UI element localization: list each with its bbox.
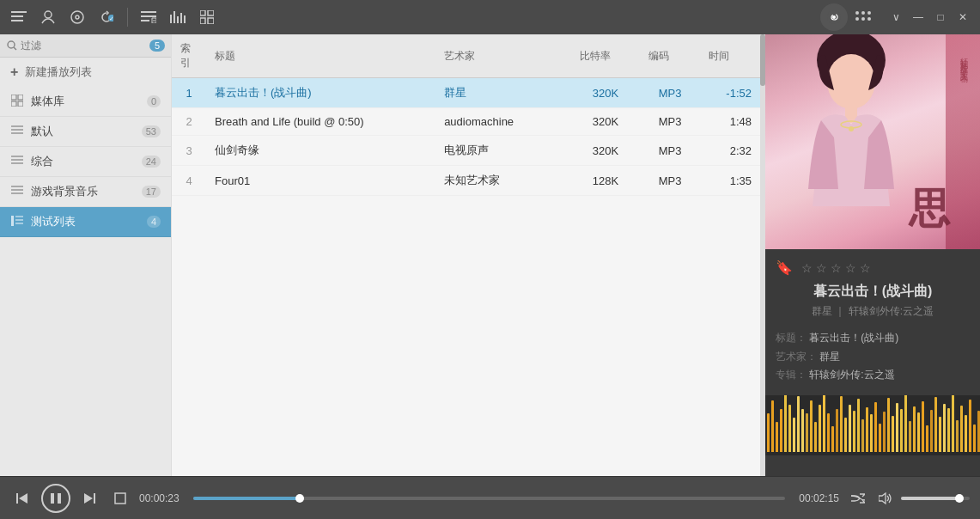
volume-handle[interactable]: [955, 494, 964, 503]
eq-bar: [870, 414, 873, 452]
game-bgm-count: 17: [142, 186, 161, 198]
media-library-icon: [10, 95, 24, 109]
stop-button[interactable]: [108, 486, 132, 510]
disc-icon[interactable]: [65, 5, 89, 29]
sidebar-item-media-library[interactable]: 媒体库 0: [0, 87, 171, 117]
playlist-icon[interactable]: [7, 5, 31, 29]
star-2[interactable]: ☆: [816, 261, 827, 275]
close-button[interactable]: ✕: [953, 7, 973, 27]
eq-bar: [780, 409, 782, 452]
eq-bar: [831, 426, 834, 452]
svg-rect-17: [184, 15, 186, 23]
maximize-button[interactable]: □: [930, 7, 951, 27]
table-row[interactable]: 4 Four01 未知艺术家 128K MP3 1:35: [172, 166, 760, 196]
refresh-icon[interactable]: ✓: [94, 5, 119, 29]
volume-button[interactable]: [873, 486, 898, 510]
mix-list-icon: [10, 155, 24, 168]
eq-bar: [960, 406, 963, 452]
track-codec: MP3: [640, 108, 700, 136]
sidebar-item-game-bgm[interactable]: 游戏背景音乐 17: [0, 177, 171, 207]
sidebar-item-new-playlist[interactable]: + 新建播放列表: [0, 58, 171, 87]
prev-button[interactable]: [10, 486, 34, 510]
track-codec: MP3: [640, 166, 700, 196]
grid-icon[interactable]: [195, 5, 219, 29]
svg-rect-14: [173, 11, 175, 23]
eq-bar: [896, 403, 898, 452]
svg-rect-0: [11, 11, 27, 13]
svg-rect-45: [11, 216, 14, 226]
svg-rect-59: [94, 493, 95, 504]
mix-count: 24: [142, 156, 161, 168]
plus-icon: +: [10, 64, 18, 80]
volume-bar[interactable]: [901, 497, 970, 500]
svg-rect-8: [141, 11, 156, 13]
meta-album-value: 轩辕剑外传:云之遥: [809, 369, 894, 381]
meta-title-value: 暮云出击！(战斗曲): [809, 332, 898, 344]
eq-bar: [952, 395, 954, 452]
track-index: 4: [172, 166, 206, 196]
right-panel: 轩辕剑外传作的女主人物 思 🔖 ☆ ☆ ☆ ☆ ☆ 暮云出击！(战斗曲) 群星 …: [765, 34, 980, 476]
svg-point-29: [867, 17, 871, 21]
col-header-title[interactable]: 标题: [206, 34, 435, 78]
track-bitrate: 320K: [571, 136, 640, 166]
sidebar: 5 + 新建播放列表 媒体库 0 默认 53 综合 24: [0, 34, 172, 476]
sidebar-search-bar[interactable]: 5: [0, 34, 171, 58]
star-3[interactable]: ☆: [831, 261, 842, 275]
bookmark-icon[interactable]: 🔖: [776, 260, 793, 276]
svg-point-5: [76, 15, 79, 19]
tiktok-button[interactable]: [820, 3, 848, 31]
minimize-button[interactable]: —: [908, 7, 928, 27]
eq-bar: [797, 396, 800, 452]
svg-point-24: [855, 11, 859, 15]
player-right-controls: [846, 486, 970, 510]
current-time: 00:00:23: [139, 492, 186, 504]
track-bitrate: 128K: [571, 166, 640, 196]
sidebar-item-mix[interactable]: 综合 24: [0, 147, 171, 177]
chevron-button[interactable]: ∨: [886, 7, 906, 27]
equalizer-icon[interactable]: [166, 5, 190, 29]
eq-bar: [771, 400, 774, 452]
eq-bar: [788, 405, 791, 452]
user-icon[interactable]: [36, 5, 60, 29]
svg-point-4: [71, 11, 83, 23]
progress-handle[interactable]: [295, 494, 304, 503]
apps-icon[interactable]: [851, 5, 875, 29]
shuffle-button[interactable]: [846, 486, 870, 510]
star-4[interactable]: ☆: [845, 261, 856, 275]
col-header-codec[interactable]: 编码: [640, 34, 700, 78]
eq-bar: [827, 413, 830, 452]
star-1[interactable]: ☆: [801, 261, 813, 275]
col-header-index[interactable]: 索引: [172, 34, 206, 78]
meta-album-row: 专辑： 轩辕剑外传:云之遥: [776, 366, 970, 385]
next-button[interactable]: [77, 486, 101, 510]
col-header-bitrate[interactable]: 比特率: [571, 34, 640, 78]
eq-bar: [793, 418, 795, 452]
star-5[interactable]: ☆: [860, 261, 871, 275]
svg-marker-58: [84, 493, 93, 504]
svg-point-25: [861, 11, 865, 15]
minus-icon[interactable]: [137, 5, 161, 29]
window-controls: ∨ — □ ✕: [886, 7, 973, 27]
track-title: Four01: [206, 166, 435, 196]
meta-album-label: 专辑：: [776, 369, 807, 381]
track-metadata: 标题： 暮云出击！(战斗曲) 艺术家： 群星 专辑： 轩辕剑外传:云之遥: [776, 329, 970, 385]
filter-input[interactable]: [21, 40, 149, 52]
album-art: 轩辕剑外传作的女主人物 思: [765, 34, 980, 249]
svg-point-3: [45, 11, 52, 18]
svg-rect-35: [18, 101, 23, 107]
table-row[interactable]: 2 Breath and Life (build @ 0:50) audioma…: [172, 108, 760, 136]
eq-bar: [909, 421, 911, 452]
col-header-time[interactable]: 时间: [700, 34, 760, 78]
col-header-artist[interactable]: 艺术家: [435, 34, 571, 78]
eq-bar: [965, 415, 967, 452]
eq-bar: [913, 406, 916, 452]
table-row[interactable]: 1 暮云出击！(战斗曲) 群星 320K MP3 -1:52: [172, 78, 760, 108]
sidebar-item-default[interactable]: 默认 53: [0, 117, 171, 147]
sidebar-item-test-list[interactable]: 测试列表 4: [0, 207, 171, 237]
play-pause-button[interactable]: [41, 484, 70, 513]
progress-bar[interactable]: [193, 497, 785, 500]
table-row[interactable]: 3 仙剑奇缘 电视原声 320K MP3 2:32: [172, 136, 760, 166]
main-layout: 5 + 新建播放列表 媒体库 0 默认 53 综合 24: [0, 34, 980, 476]
game-bgm-label: 游戏背景音乐: [31, 184, 142, 199]
svg-rect-13: [170, 15, 172, 23]
